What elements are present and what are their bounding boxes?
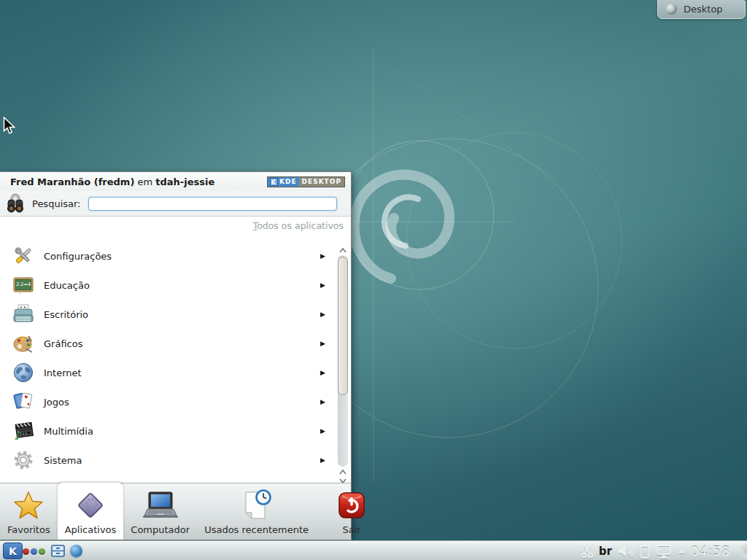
taskbar-panel: K br (0, 540, 747, 560)
category-row-graficos[interactable]: Gráficos ▶ (0, 329, 336, 358)
typewriter-icon (12, 303, 35, 326)
scroll-up-button[interactable] (337, 246, 349, 254)
blue-dot-icon[interactable] (31, 548, 37, 555)
green-dot-icon[interactable] (39, 548, 45, 555)
laptop-icon (142, 489, 179, 521)
battery-icon[interactable] (640, 544, 650, 559)
tab-favoritos[interactable]: Favoritos (0, 483, 58, 540)
scrollbar-thumb[interactable] (338, 257, 348, 395)
folder-view-title: Desktop (684, 4, 723, 15)
all-applications-link[interactable]: Todos os aplicativos (253, 220, 344, 231)
gear-icon (12, 448, 35, 472)
globe-icon (12, 361, 35, 384)
speaker-volume-icon[interactable] (617, 545, 635, 558)
desktop: Desktop Fred Maranhão (fredm) em tdah-je… (0, 0, 747, 560)
list-scrollbar (337, 246, 349, 484)
category-row-jogos[interactable]: ♥ ♦ Jogos ▶ (0, 387, 336, 416)
drawer-icon[interactable] (51, 545, 65, 560)
folder-view-widget[interactable]: Desktop (657, 0, 746, 19)
user-host-title: Fred Maranhão (fredm) em tdah-jessie (10, 176, 214, 187)
kickoff-tab-bar: Favoritos Aplicativos (0, 483, 351, 540)
kickoff-menu: Fred Maranhão (fredm) em tdah-jessie KKD… (0, 171, 352, 540)
digital-clock[interactable]: 04:58 (691, 544, 730, 559)
tab-computador[interactable]: Computador (123, 483, 197, 540)
category-row-multimidia[interactable]: 2 4 5 ♪ Multimídia ▶ (0, 416, 336, 446)
document-clock-icon (240, 489, 274, 521)
category-row-internet[interactable]: Internet ▶ (0, 358, 336, 387)
binoculars-search-icon (6, 192, 28, 214)
tray-expand-arrow-icon[interactable] (678, 548, 686, 554)
playing-cards-icon: ♥ ♦ (12, 390, 35, 413)
category-row-escritorio[interactable]: Escritório ▶ (0, 300, 336, 329)
kickoff-header: Fred Maranhão (fredm) em tdah-jessie KKD… (0, 172, 351, 191)
category-row-configuracoes[interactable]: Configurações ▶ (0, 241, 336, 271)
kde-k-logo-icon: K (270, 178, 278, 186)
folder-view-icon (666, 4, 677, 15)
tools-icon (12, 244, 35, 268)
tab-sair[interactable]: Sair (329, 483, 374, 540)
submenu-arrow-icon: ▶ (320, 456, 325, 464)
blue-sphere-icon[interactable] (70, 545, 82, 557)
svg-text:2-2=4: 2-2=4 (16, 281, 31, 287)
scroll-up-button-2[interactable] (337, 468, 349, 475)
plasma-cashew-icon[interactable] (737, 542, 747, 560)
keyboard-layout-indicator[interactable]: br (599, 545, 612, 558)
clapperboard-note-icon: 2 4 5 ♪ (12, 419, 35, 443)
palette-icon (12, 332, 35, 355)
submenu-arrow-icon: ▶ (320, 311, 325, 318)
monitor-network-icon[interactable] (655, 544, 673, 559)
submenu-arrow-icon: ▶ (320, 398, 325, 405)
category-row-sistema[interactable]: Sistema ▶ (0, 446, 336, 475)
kde-diamond-icon (74, 489, 107, 521)
category-row-educacao[interactable]: 2-2=4 Educação ▶ (0, 271, 336, 300)
kde-kickoff-icon[interactable]: K (3, 542, 23, 559)
svg-text:♪: ♪ (14, 428, 22, 442)
header-divider (0, 216, 351, 217)
submenu-arrow-icon: ▶ (320, 281, 325, 289)
search-label: Pesquisar: (32, 198, 81, 209)
kickoff-search-row: Pesquisar: (0, 191, 351, 216)
tab-usados-recentemente[interactable]: Usados recentemente (197, 483, 316, 540)
category-list: Configurações ▶ 2-2=4 Educação ▶ (0, 241, 336, 484)
submenu-arrow-icon: ▶ (320, 340, 325, 347)
submenu-arrow-icon: ▶ (320, 427, 325, 435)
tab-aplicativos[interactable]: Aplicativos (58, 483, 124, 540)
submenu-arrow-icon: ▶ (320, 369, 325, 376)
chalkboard-icon: 2-2=4 (12, 273, 35, 297)
search-input[interactable] (88, 197, 337, 211)
scissors-klipper-icon[interactable] (581, 544, 594, 559)
kde-desktop-badge: KKDE DESKTOP (267, 176, 345, 187)
system-tray: br (581, 541, 747, 560)
mouse-cursor (3, 117, 18, 136)
red-dot-icon[interactable] (23, 548, 29, 555)
power-icon (336, 489, 367, 521)
submenu-arrow-icon: ▶ (320, 252, 325, 260)
star-icon (13, 489, 44, 521)
